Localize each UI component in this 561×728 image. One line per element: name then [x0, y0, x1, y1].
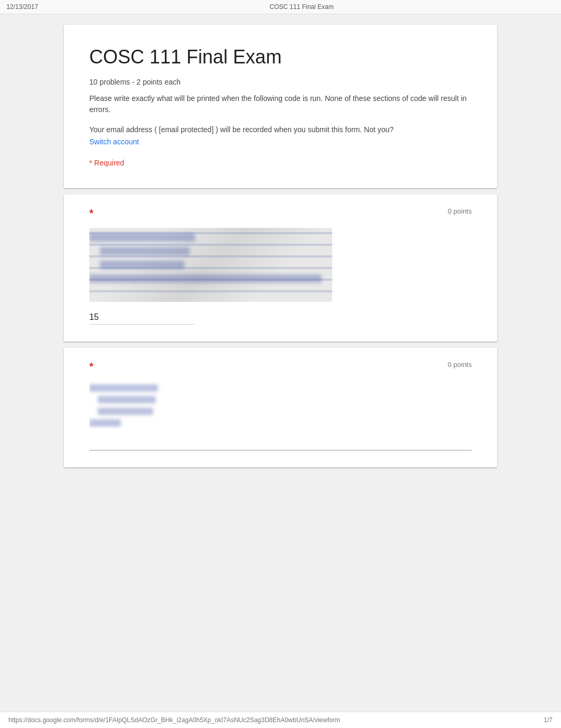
- question-required-star-2: *: [89, 361, 94, 373]
- email-notice-end: ) will be recorded when you submit this …: [216, 125, 394, 134]
- answer-input-2[interactable]: [89, 437, 472, 450]
- blurred-code-2: [89, 381, 237, 429]
- email-address: [email protected]: [159, 125, 214, 134]
- page-wrapper: COSC 111 Final Exam 10 problems - 2 poin…: [53, 25, 508, 467]
- email-info: Your email address ( [email protected] )…: [89, 124, 472, 135]
- code-image-1: [89, 228, 332, 302]
- header-card: COSC 111 Final Exam 10 problems - 2 poin…: [64, 25, 497, 188]
- form-description: Please write exactly what will be printe…: [89, 93, 472, 115]
- code-line-2-4: [89, 419, 121, 427]
- code-line-1-3: [100, 261, 184, 269]
- code-line-1-1: [89, 233, 195, 242]
- required-note: * Required: [89, 159, 472, 167]
- answer-area-1: 15: [89, 310, 472, 325]
- answer-value-1: 15: [89, 310, 195, 325]
- code-line-1-2: [100, 247, 190, 255]
- question-header-1: * 0 points: [89, 207, 472, 219]
- question-required-star-1: *: [89, 207, 94, 219]
- code-line-2-1: [89, 384, 158, 392]
- code-line-2-2: [98, 396, 156, 403]
- code-image-2: [89, 381, 237, 429]
- question-header-2: * 0 points: [89, 361, 472, 373]
- question-card-2: * 0 points: [64, 348, 497, 467]
- code-line-2-3: [98, 408, 153, 415]
- question-card-1: * 0 points 15: [64, 195, 497, 342]
- browser-title: COSC 111 Final Exam: [49, 3, 555, 11]
- browser-bar: 12/13/2017 COSC 111 Final Exam: [0, 0, 561, 14]
- form-subtitle: 10 problems - 2 points each: [89, 77, 472, 88]
- browser-date: 12/13/2017: [6, 3, 49, 11]
- question-points-2: 0 points: [447, 361, 472, 368]
- code-line-1-4: [89, 274, 322, 283]
- switch-account-link[interactable]: Switch account: [89, 137, 139, 146]
- form-title: COSC 111 Final Exam: [89, 46, 472, 68]
- blurred-code-1: [89, 228, 332, 288]
- email-notice-text: Your email address (: [89, 125, 157, 134]
- question-points-1: 0 points: [447, 207, 472, 215]
